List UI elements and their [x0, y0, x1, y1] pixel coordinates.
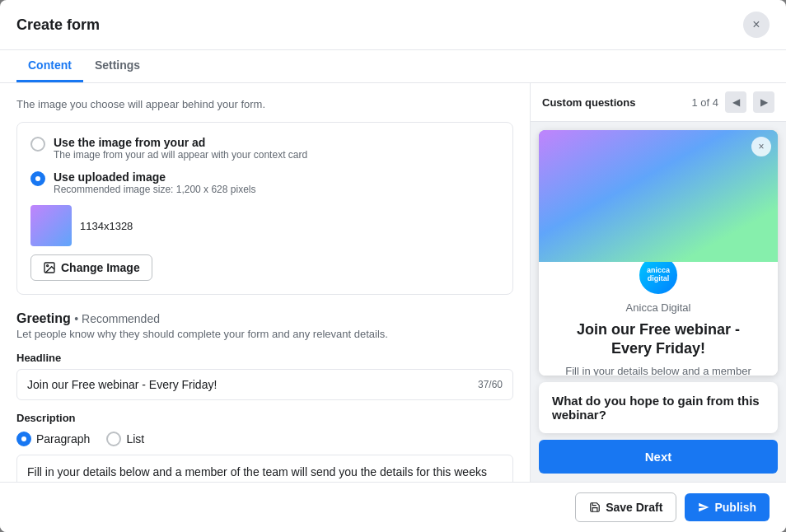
save-draft-label: Save Draft: [606, 501, 662, 514]
preview-headline: Join our Free webinar - Every Friday!: [565, 320, 751, 359]
preview-question-card: What do you hope to gain from this webin…: [539, 382, 778, 433]
send-icon: [698, 502, 709, 513]
greeting-subtitle: Let people know why they should complete…: [16, 328, 513, 340]
modal-body: The image you choose will appear behind …: [0, 83, 786, 482]
image-option-2[interactable]: Use uploaded image Recommended image siz…: [30, 170, 499, 195]
preview-card: × anicca digital Anicca Digital Join our…: [539, 130, 778, 376]
svg-point-1: [47, 265, 49, 267]
image-size-label: 1134x1328: [80, 220, 133, 232]
thumbnail-image: [30, 205, 72, 246]
modal-footer: Save Draft Publish: [0, 482, 786, 532]
right-panel: Custom questions 1 of 4 ◀ ▶ ×: [531, 83, 786, 482]
change-image-label: Change Image: [61, 261, 140, 274]
image-section-subtitle: The image you choose will appear behind …: [16, 98, 513, 110]
description-textarea[interactable]: Fill in your details below and a member …: [16, 455, 513, 482]
headline-value: Join our Free webinar - Every Friday!: [27, 378, 217, 391]
preview-question-text: What do you hope to gain from this webin…: [552, 394, 765, 422]
description-label: Description: [16, 412, 513, 424]
paragraph-label: Paragraph: [36, 432, 90, 446]
preview-image-area: ×: [539, 130, 778, 262]
headline-input[interactable]: Join our Free webinar - Every Friday! 37…: [16, 369, 513, 400]
desc-paragraph-option[interactable]: Paragraph: [16, 431, 90, 446]
radio-btn-uploaded-image[interactable]: [30, 171, 45, 186]
radio-list[interactable]: [106, 432, 121, 446]
radio-paragraph[interactable]: [16, 432, 31, 446]
greeting-title: Greeting • Recommended: [16, 311, 513, 326]
image-option-1[interactable]: Use the image from your ad The image fro…: [30, 136, 499, 161]
create-form-modal: Create form × Content Settings The image…: [0, 0, 786, 532]
preview-area: × anicca digital Anicca Digital Join our…: [531, 122, 786, 482]
modal-title: Create form: [16, 16, 100, 34]
modal-header: Create form ×: [0, 0, 786, 50]
description-type-row: Paragraph List: [16, 431, 513, 446]
image-icon: [43, 261, 56, 274]
pagination-text: 1 of 4: [691, 96, 718, 109]
modal-overlay: Create form × Content Settings The image…: [0, 0, 786, 532]
custom-questions-label: Custom questions: [542, 96, 635, 109]
greeting-section: Greeting • Recommended Let people know w…: [16, 311, 513, 482]
greeting-badge: • Recommended: [74, 312, 160, 325]
desc-list-option[interactable]: List: [106, 431, 144, 446]
pagination-row: 1 of 4 ◀ ▶: [691, 91, 774, 113]
close-preview-button[interactable]: ×: [751, 137, 771, 156]
list-label: List: [126, 432, 144, 446]
preview-background: [539, 130, 778, 262]
option1-label: Use the image from your ad: [54, 136, 307, 149]
tab-settings[interactable]: Settings: [83, 50, 152, 82]
next-button[interactable]: Next: [539, 440, 778, 474]
close-button[interactable]: ×: [743, 12, 770, 38]
tabs-bar: Content Settings: [0, 50, 786, 83]
option2-sublabel: Recommended image size: 1,200 x 628 pixe…: [54, 184, 255, 195]
headline-label: Headline: [16, 352, 513, 364]
option1-sublabel: The image from your ad will appear with …: [54, 149, 307, 161]
preview-description: Fill in your details below and a member …: [565, 364, 751, 376]
description-value: Fill in your details below and a member …: [27, 465, 487, 482]
save-icon: [589, 502, 601, 513]
radio-btn-ad-image[interactable]: [30, 137, 45, 152]
preview-logo-area: anicca digital Anicca Digital Join our F…: [539, 262, 778, 376]
save-draft-button[interactable]: Save Draft: [575, 492, 676, 522]
preview-header: Custom questions 1 of 4 ◀ ▶: [531, 83, 786, 122]
image-options-box: Use the image from your ad The image fro…: [16, 122, 513, 295]
headline-char-count: 37/60: [478, 379, 503, 390]
prev-arrow-button[interactable]: ◀: [725, 91, 746, 113]
option2-label: Use uploaded image: [54, 170, 255, 184]
publish-button[interactable]: Publish: [685, 493, 770, 521]
left-panel: The image you choose will appear behind …: [0, 83, 531, 482]
publish-label: Publish: [714, 501, 756, 514]
change-image-button[interactable]: Change Image: [30, 254, 152, 281]
next-arrow-button[interactable]: ▶: [753, 91, 774, 113]
brand-name: Anicca Digital: [626, 301, 691, 314]
tab-content[interactable]: Content: [16, 50, 83, 82]
image-thumb-row: 1134x1328: [30, 205, 499, 246]
